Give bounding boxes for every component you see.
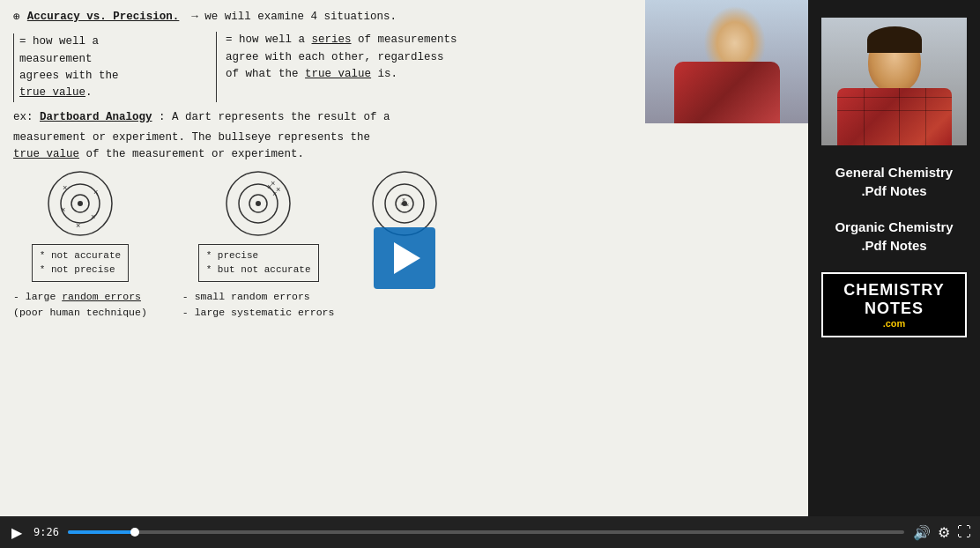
org-chem-line1: Organic Chemistry: [821, 218, 967, 236]
svg-point-12: [256, 201, 261, 206]
acc-line4: true value.: [19, 85, 198, 101]
svg-text:×: ×: [400, 201, 404, 208]
wb-title: Accuracy vs. Precision.: [27, 9, 180, 26]
board1-item: × × × × × * not accurate * not precise: [13, 168, 147, 321]
sidebar-link-org-chem[interactable]: Organic Chemistry .Pdf Notes: [821, 218, 967, 255]
org-chem-line2: .Pdf Notes: [821, 236, 967, 255]
title-row: ⊕ Accuracy vs. Precision. → we will exam…: [13, 9, 632, 26]
ex-desc1: : A dart represents the result of a: [159, 111, 390, 123]
plaid-line3: [864, 88, 865, 145]
ex-label: ex:: [13, 111, 40, 123]
play-button[interactable]: [374, 227, 435, 289]
precision-def: = how well a series of measurements agre…: [216, 32, 632, 102]
plaid-line2: [837, 110, 952, 111]
logo-com: .com: [832, 318, 956, 329]
svg-point-3: [78, 201, 83, 206]
main-area: ⊕ Accuracy vs. Precision. → we will exam…: [0, 0, 980, 516]
instructor-hair: [867, 26, 922, 53]
fullscreen-button[interactable]: ⛶: [957, 524, 971, 540]
svg-text:×: ×: [271, 180, 275, 189]
time-display: 9:26: [33, 526, 59, 538]
svg-text:×: ×: [76, 222, 80, 231]
gen-chem-line1: General Chemistry: [821, 163, 967, 181]
acc-line2: measurement: [19, 51, 198, 68]
board1-label2: * not precise: [40, 263, 121, 278]
progress-fill: [68, 530, 135, 534]
logo-line2: NOTES: [832, 300, 956, 318]
prec-series: series: [312, 33, 352, 46]
prec-line2: agree with each other, regardless: [226, 49, 632, 66]
plaid-line1: [837, 97, 952, 98]
circled-plus-icon: ⊕: [13, 9, 20, 26]
whiteboard-content: ⊕ Accuracy vs. Precision. → we will exam…: [0, 0, 645, 516]
instructor-inset: [645, 0, 808, 123]
board1-sub1: - large random errors: [13, 289, 147, 305]
acc-true-value: true value: [19, 86, 85, 99]
random-errors1: random errors: [62, 291, 141, 302]
example-line2: measurement or experiment. The bullseye …: [13, 130, 632, 146]
sidebar-link-gen-chem[interactable]: General Chemistry .Pdf Notes: [821, 163, 967, 200]
board2-item: × × × × * precise * but not accurate - s…: [182, 168, 335, 321]
dartboard-analogy-label: Dartboard Analogy: [40, 111, 152, 123]
svg-text:×: ×: [91, 213, 95, 222]
svg-text:×: ×: [405, 202, 409, 209]
svg-text:×: ×: [63, 184, 67, 193]
svg-text:×: ×: [61, 206, 65, 215]
plaid-line5: [925, 88, 926, 145]
arrow-situations: → we will examine 4 situations.: [191, 9, 397, 26]
settings-button[interactable]: ⚙: [938, 524, 950, 541]
example-line1: ex: Dartboard Analogy : A dart represent…: [13, 109, 632, 126]
board2-label1: * precise: [206, 248, 311, 263]
logo-line1: CHEMISTRY: [832, 281, 956, 300]
play-icon: [394, 242, 420, 274]
board2-sub1: - small random errors: [182, 289, 335, 305]
video-controls: ▶ 9:26 🔊 ⚙ ⛶: [0, 516, 980, 548]
main-container: ⊕ Accuracy vs. Precision. → we will exam…: [0, 0, 980, 548]
sidebar-instructor-photo: [821, 18, 967, 145]
acc-line3: agrees with the: [19, 68, 198, 85]
instructor-shirt: [674, 62, 780, 123]
control-icons: 🔊 ⚙ ⛶: [913, 524, 971, 541]
prec-true-value: true value: [305, 68, 371, 80]
prec-line3: of what the true value is.: [226, 66, 632, 83]
ex-desc2: of the measurement or experiment.: [86, 148, 305, 160]
progress-dot: [130, 528, 139, 537]
prec-what: what: [246, 68, 272, 80]
svg-text:×: ×: [276, 186, 280, 195]
true-value-ex: true value: [13, 148, 79, 160]
board2-label2: * but not accurate: [206, 263, 311, 278]
svg-text:×: ×: [93, 189, 98, 197]
instructor-shirt-sidebar: [837, 88, 952, 145]
progress-bar[interactable]: [68, 530, 904, 534]
dartboard1-svg: × × × × ×: [45, 168, 115, 239]
prec-line1: = how well a series of measurements: [226, 32, 632, 48]
board1-label1: * not accurate: [40, 248, 121, 263]
volume-button[interactable]: 🔊: [913, 524, 931, 541]
accuracy-def: = how well a measurement agrees with the…: [13, 33, 198, 102]
dartboard2-svg: × × × ×: [223, 168, 293, 239]
example-line3: true value of the measurement or experim…: [13, 146, 632, 163]
acc-line1: = how well a: [19, 33, 198, 50]
video-area: ⊕ Accuracy vs. Precision. → we will exam…: [0, 0, 808, 516]
sidebar: General Chemistry .Pdf Notes Organic Che…: [808, 0, 980, 516]
definitions-row: = how well a measurement agrees with the…: [13, 32, 632, 102]
board1-sub: - large random errors (poor human techni…: [13, 289, 147, 321]
example-section: ex: Dartboard Analogy : A dart represent…: [13, 109, 632, 164]
play-pause-button[interactable]: ▶: [9, 524, 25, 541]
gen-chem-line2: .Pdf Notes: [821, 181, 967, 200]
plaid-line4: [899, 88, 900, 145]
sidebar-logo[interactable]: CHEMISTRY NOTES .com: [821, 272, 967, 337]
board1-label: * not accurate * not precise: [32, 244, 129, 282]
board2-label: * precise * but not accurate: [198, 244, 319, 282]
dartboards-row: × × × × × * not accurate * not precise: [13, 168, 632, 321]
board1-sub2: (poor human technique): [13, 305, 147, 321]
board2-sub: - small random errors - large systematic…: [182, 289, 335, 321]
board2-sub2: - large systematic errors: [182, 305, 335, 321]
prec-the: the: [278, 68, 299, 80]
